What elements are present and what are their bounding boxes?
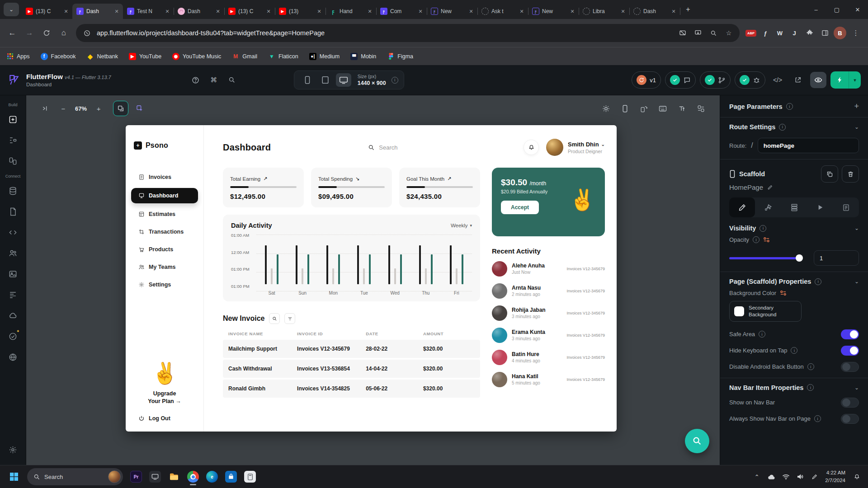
info-icon[interactable]: i — [779, 124, 786, 131]
browser-tab-12[interactable]: Libra✕ — [579, 4, 629, 19]
code-view-icon[interactable]: </> — [769, 72, 786, 88]
invoice-table-row[interactable]: Cash WithdrawalInvoices V13-53685414-04-… — [223, 360, 480, 378]
rail-settings-gear-icon[interactable] — [4, 441, 22, 459]
site-info-icon[interactable] — [81, 28, 92, 38]
hide-keyboard-toggle[interactable] — [841, 346, 859, 356]
refresh-button[interactable] — [39, 25, 54, 41]
tab-close-icon[interactable]: ✕ — [366, 8, 373, 15]
app-search[interactable]: Search — [368, 144, 397, 151]
theme-sun-icon[interactable] — [599, 101, 613, 116]
flutterflow-logo[interactable] — [7, 73, 21, 87]
device-phone-button[interactable] — [300, 73, 315, 87]
run-app-button[interactable]: ▾ — [830, 71, 861, 89]
notification-bell-icon[interactable] — [850, 468, 863, 486]
tab-data[interactable] — [781, 197, 807, 217]
bookmark-youtube-music[interactable]: ◉YouTube Music — [172, 53, 221, 60]
bookmark-facebook[interactable]: fFacebook — [41, 53, 76, 60]
tab-close-icon[interactable]: ✕ — [214, 8, 222, 15]
set-from-variable-icon[interactable] — [763, 237, 770, 243]
tab-design[interactable] — [729, 197, 755, 217]
user-menu[interactable]: Smith Dhin⌄ Product Deigner — [546, 139, 605, 156]
device-tablet-button[interactable] — [318, 73, 333, 87]
taskbar-app-chrome[interactable] — [184, 467, 203, 486]
branch-status-pill[interactable] — [700, 71, 731, 89]
debug-status-pill[interactable] — [735, 71, 765, 89]
zoom-out-button[interactable]: − — [56, 101, 71, 116]
taskbar-app-premiere[interactable]: Pr — [127, 467, 146, 486]
canvas-settings-icon[interactable] — [693, 101, 708, 116]
tab-close-icon[interactable]: ✕ — [467, 8, 475, 15]
invoice-table-row[interactable]: Ronald GimbhInvoices V14-35482505-06-22$… — [223, 380, 480, 398]
app-nav-products[interactable]: Products — [134, 242, 195, 257]
info-icon[interactable]: i — [759, 331, 765, 338]
tab-close-icon[interactable]: ✕ — [164, 8, 171, 15]
bookmark-youtube[interactable]: ▶YouTube — [129, 53, 161, 60]
tab-close-icon[interactable]: ✕ — [670, 8, 677, 15]
bookmark-mobin[interactable]: ◚Mobin — [350, 53, 376, 60]
copy-widget-button[interactable] — [821, 165, 838, 183]
info-icon[interactable]: i — [791, 347, 797, 354]
widget-select-button[interactable] — [132, 101, 147, 116]
info-icon[interactable]: i — [807, 363, 814, 370]
chevron-down-icon[interactable]: ⌄ — [854, 278, 859, 285]
activity-item[interactable]: Batin Hure4 minutes agoInvoices V12-3456… — [492, 346, 605, 368]
taskbar-app-folder[interactable] — [165, 467, 184, 486]
activity-item[interactable]: Arnta Nasu2 minutes agoInvoices V12-3456… — [492, 280, 605, 302]
invoice-search-button[interactable] — [269, 313, 280, 324]
invoice-filter-button[interactable] — [284, 313, 295, 324]
bookmark-medium[interactable]: ●|Medium — [309, 53, 340, 60]
slider-thumb[interactable] — [796, 254, 803, 262]
tab-actions[interactable] — [755, 197, 781, 217]
chart-range-dropdown[interactable]: Weekly ▾ — [451, 223, 472, 228]
add-parameter-button[interactable]: + — [854, 102, 859, 111]
bookmark-netbank[interactable]: ◆Netbank — [86, 53, 118, 60]
browser-tab-3[interactable]: ϝTest N✕ — [123, 4, 174, 19]
info-icon[interactable]: i — [753, 236, 760, 243]
info-icon[interactable]: i — [814, 415, 821, 422]
taskbar-search[interactable]: Search — [27, 468, 123, 485]
url-text[interactable]: app.flutterflow.io/project/dashboard-ts8… — [97, 29, 673, 37]
bookmark-figma[interactable]: Figma — [387, 53, 413, 60]
start-button[interactable] — [5, 467, 24, 486]
always-navbar-toggle[interactable] — [841, 414, 859, 424]
forward-button[interactable]: → — [22, 25, 37, 41]
tab-close-icon[interactable]: ✕ — [518, 8, 525, 15]
browser-tab-11[interactable]: ϝNew✕ — [528, 4, 579, 19]
tab-close-icon[interactable]: ✕ — [113, 8, 120, 15]
activity-item[interactable]: Hana Katil5 minutes agoInvoices V12-3456… — [492, 368, 605, 390]
zoom-in-button[interactable]: + — [91, 101, 106, 116]
browser-tab-8[interactable]: ϝCom✕ — [376, 4, 427, 19]
browser-tab-5[interactable]: ▶(13) C✕ — [224, 4, 275, 19]
info-icon[interactable]: i — [807, 384, 814, 391]
tab-close-icon[interactable]: ✕ — [619, 8, 627, 15]
taskbar-app-taskview[interactable] — [146, 467, 165, 486]
side-panel-icon[interactable] — [818, 26, 832, 40]
rail-team-icon[interactable] — [4, 244, 22, 262]
version-pill[interactable]: v1 — [632, 71, 661, 89]
info-icon[interactable]: i — [786, 103, 793, 110]
rail-media-icon[interactable] — [4, 265, 22, 283]
app-nav-settings[interactable]: Settings — [134, 277, 195, 292]
activity-item[interactable]: Erama Kunta3 minutes agoInvoices V12-345… — [492, 324, 605, 346]
rail-storyboard-icon[interactable] — [4, 152, 22, 170]
route-input[interactable]: homePage — [758, 138, 859, 153]
minimize-button[interactable]: – — [806, 0, 826, 19]
canvas-mode-button[interactable] — [113, 101, 128, 116]
pen-icon[interactable] — [808, 468, 821, 486]
run-options-chevron[interactable]: ▾ — [849, 71, 861, 89]
tab-close-icon[interactable]: ✕ — [316, 8, 323, 15]
back-button[interactable]: ← — [5, 25, 20, 41]
w-extension-extension-icon[interactable]: W — [773, 26, 787, 40]
rail-widget-tree-icon[interactable] — [4, 131, 22, 149]
chevron-down-icon[interactable]: ⌄ — [854, 124, 859, 130]
app-nav-my-teams[interactable]: My Teams — [134, 259, 195, 275]
safe-area-toggle[interactable] — [841, 329, 859, 339]
logout-button[interactable]: Log Out — [134, 409, 195, 422]
browser-tab-9[interactable]: ϝNew✕ — [427, 4, 477, 19]
menu-kebab-icon[interactable]: ⋮ — [848, 25, 863, 41]
invoice-table-row[interactable]: Mailchimp SupportInvoices V12-34567928-0… — [223, 340, 480, 358]
opacity-value[interactable]: 1 — [814, 250, 859, 266]
browser-tab-10[interactable]: Ask t✕ — [477, 4, 528, 19]
tab-close-icon[interactable]: ✕ — [417, 8, 424, 15]
browser-tab-13[interactable]: Dash✕ — [629, 4, 680, 19]
